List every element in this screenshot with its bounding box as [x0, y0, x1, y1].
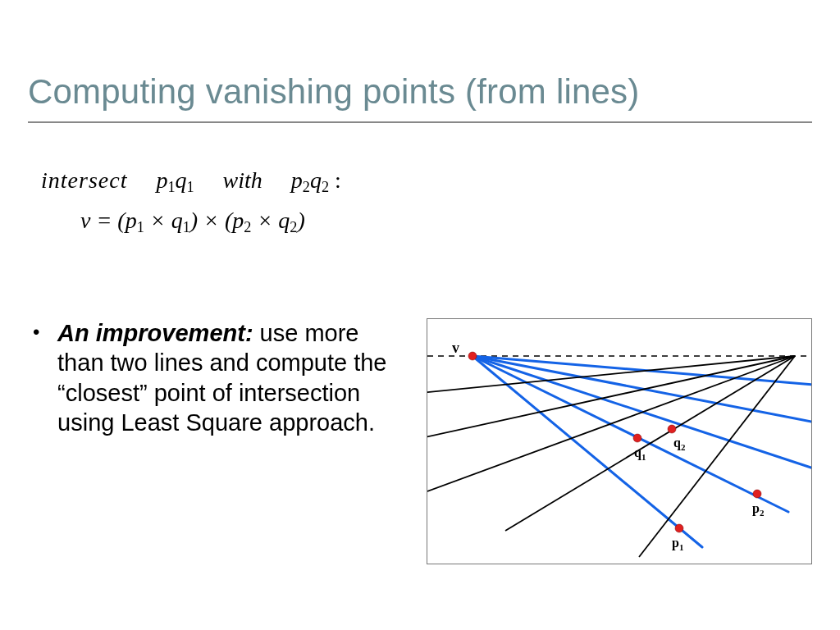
svg-point-13 — [668, 425, 676, 433]
word-with: with — [223, 167, 262, 193]
label-p2: p2 — [752, 501, 765, 518]
svg-point-11 — [468, 352, 477, 360]
bullet-marker: • — [33, 318, 51, 346]
label-q2: q2 — [673, 436, 686, 452]
label-p1: p1 — [672, 536, 683, 552]
formula-line-2: v = (p1 × q1) × (p2 × q2) — [41, 204, 341, 238]
svg-line-10 — [639, 356, 795, 557]
vanishing-point-diagram: v q1 q2 p1 p2 — [427, 318, 812, 564]
slide: Computing vanishing points (from lines) … — [0, 0, 840, 630]
slide-title: Computing vanishing points (from lines) — [28, 72, 639, 112]
bullet-lead: An improvement: — [57, 320, 253, 346]
formula-block: intersect p1q1 with p2q2 : v = (p1 × q1)… — [41, 164, 341, 238]
label-q1: q1 — [634, 445, 646, 462]
formula-line-1: intersect p1q1 with p2q2 : — [41, 164, 341, 198]
title-underline — [28, 121, 812, 123]
svg-point-15 — [675, 524, 683, 532]
word-intersect: intersect — [41, 167, 127, 193]
bullet-text: An improvement: use more than two lines … — [57, 318, 402, 437]
svg-point-12 — [633, 434, 641, 442]
bullet-item: • An improvement: use more than two line… — [33, 318, 410, 437]
svg-line-2 — [472, 356, 811, 430]
svg-point-14 — [753, 490, 761, 498]
svg-line-7 — [427, 356, 795, 442]
label-v: v — [452, 340, 459, 356]
